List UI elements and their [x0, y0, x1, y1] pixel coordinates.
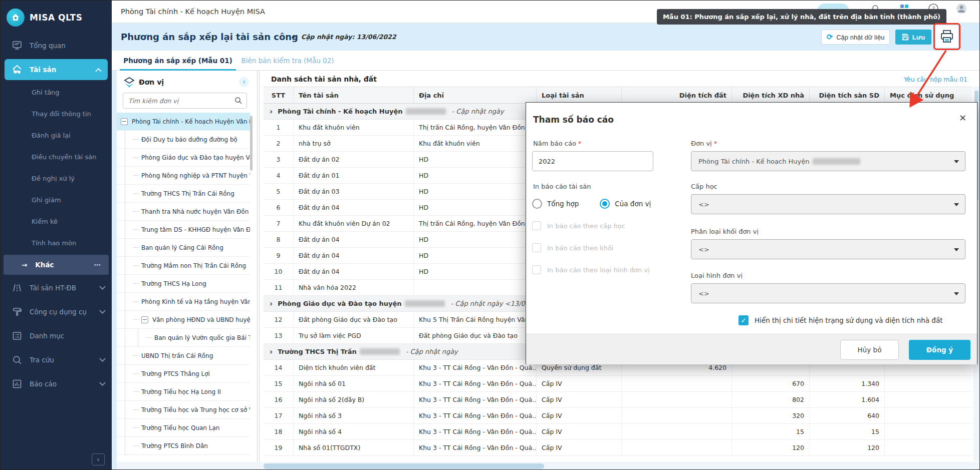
- chevron-right-icon[interactable]: ›: [270, 107, 273, 116]
- more-icon[interactable]: ⋯: [94, 261, 102, 269]
- report-params-modal: Tham số báo cáo ✕ Năm báo cáo* Đơn vị* P…: [526, 102, 977, 364]
- tree-item[interactable]: Trường Mầm non Thị Trấn Cái Rồng: [117, 257, 250, 275]
- sidebar-item-kiểm-kê[interactable]: Kiểm kê: [1, 211, 112, 232]
- sidebar-item-điều-chuyển-tài-sản[interactable]: Điều chuyển tài sản: [1, 146, 112, 168]
- tree-item[interactable]: Trường THCS Thị Trấn Cái Rồng: [117, 185, 250, 203]
- table-row[interactable]: 18Ngôi nhà số 4Khu 3 - TT Cái Rồng - Vân…: [264, 424, 972, 440]
- radio-unselected[interactable]: [532, 199, 542, 209]
- tree-guide: [134, 445, 139, 446]
- sidebar-item-tính-hao-mòn[interactable]: Tính hao mòn: [1, 232, 112, 254]
- sidebar-item-công-cụ-dụng-cụ[interactable]: Công cụ dụng cụ: [1, 300, 112, 324]
- panel-collapse-icon[interactable]: ‹: [239, 77, 249, 87]
- select-cấp-học[interactable]: <>: [691, 194, 965, 214]
- roller-icon: [12, 306, 23, 317]
- save-button[interactable]: Lưu: [895, 30, 931, 45]
- tree-item[interactable]: Thanh tra Nhà nước huyện Vân Đồn: [117, 203, 250, 221]
- checkbox-unchecked[interactable]: [532, 221, 541, 230]
- table-header-row: STTTên tài sảnĐịa chỉLoại tài sảnDiện tí…: [264, 87, 972, 104]
- tree-item[interactable]: Trường PTCS Thắng Lợi: [117, 365, 250, 383]
- print-button[interactable]: [936, 26, 958, 48]
- unit-dropdown[interactable]: Phòng Tài chính - Kế hoạch Huyện: [691, 151, 965, 171]
- chevron-up-icon: [95, 68, 102, 74]
- table-row[interactable]: 19Nhà số 01(TTGDTX)Khu 3 - TT Cái Rồng -…: [264, 440, 972, 456]
- select-value: <>: [698, 201, 709, 208]
- active-arrow-icon: →: [22, 261, 27, 269]
- detail-checkbox[interactable]: ✓: [739, 315, 749, 325]
- tree-item[interactable]: Đội Duy tu bảo dưỡng đường bộ: [117, 131, 250, 149]
- layers-icon: [123, 76, 136, 89]
- collapse-expander-icon[interactable]: [121, 118, 128, 125]
- cell-tên-tài-sản: Đất dự án 04: [294, 232, 414, 247]
- tree-item[interactable]: Văn phòng HĐND và UBND huyện Vân Đồn: [117, 311, 250, 329]
- table-row[interactable]: 17Ngôi nhà số 3Khu 3 - TT Cái Rồng - Vân…: [264, 408, 972, 424]
- submit-form-link[interactable]: Yêu cầu nộp mẫu 01: [904, 76, 967, 83]
- cancel-button[interactable]: Hủy bỏ: [840, 340, 899, 360]
- cell-stt: 17: [264, 408, 294, 423]
- sidebar-item-thay-đổi-thông-tin[interactable]: Thay đổi thông tin: [1, 103, 112, 125]
- sidebar-item-label: Điều chuyển tài sản: [32, 153, 97, 161]
- collapse-expander-icon[interactable]: [141, 316, 148, 323]
- group-name: Phòng Tài chính - Kế hoạch Huyện: [278, 108, 402, 115]
- tree-item[interactable]: Trường Tiểu học và Trung học cơ sở Vạn Y…: [117, 401, 250, 419]
- checkbox-unchecked[interactable]: [532, 265, 541, 274]
- checkbox-unchecked[interactable]: [532, 243, 541, 252]
- cell-diện-tích-xd-nhà: 15: [732, 424, 810, 439]
- chevron-right-icon[interactable]: ›: [270, 347, 273, 356]
- report-year-input[interactable]: [532, 151, 653, 171]
- sidebar-item-đánh-giá-lại[interactable]: Đánh giá lại: [1, 125, 112, 146]
- sidebar-item-ghi-giảm[interactable]: Ghi giảm: [1, 189, 112, 211]
- ok-button[interactable]: Đồng ý: [909, 340, 970, 360]
- select-phân-loại-khối-đơn-vị[interactable]: <>: [691, 239, 965, 259]
- chevron-right-icon[interactable]: ›: [270, 299, 273, 308]
- tree-item[interactable]: Trường THCS Hạ Long: [117, 275, 250, 293]
- tree-item[interactable]: Phòng Nông nghiệp và PTNT huyện Vân Đồ..…: [117, 167, 250, 185]
- sidebar-item-tra-cứu[interactable]: Tra cứu: [1, 348, 112, 372]
- tree-item-label: Trường Mầm non Thị Trấn Cái Rồng: [141, 262, 246, 269]
- tree-item-label: Trường THCS Hạ Long: [141, 280, 206, 287]
- sidebar-item-tài-sản-ht-đb[interactable]: Tài sản HT-ĐB: [1, 276, 112, 300]
- tree-item[interactable]: Phòng Giáo dục và Đào tạo huyện Vân Đồn: [117, 149, 250, 167]
- panel-divider[interactable]: [257, 71, 258, 462]
- cell-địa-chỉ: Khu 3 - TT Cái Rồng - Vân Đồn - Quả...: [414, 440, 537, 455]
- radio-selected[interactable]: [600, 199, 610, 209]
- sidebar-item-báo-cáo[interactable]: Báo cáo: [1, 372, 112, 396]
- sidebar-item-tổng-quan[interactable]: Tổng quan: [1, 34, 112, 58]
- sidebar-item-ghi-tăng[interactable]: Ghi tăng: [1, 82, 112, 103]
- sidebar-item-danh-mục[interactable]: Danh mục: [1, 324, 112, 348]
- sidebar-collapse-button[interactable]: ‹: [92, 453, 105, 465]
- close-icon[interactable]: ✕: [959, 113, 966, 123]
- tree-item[interactable]: UBND Thị trấn Cái Rồng: [117, 347, 250, 365]
- cell-tên-tài-sản: Đất phòng Giáo dục và Đào tạo: [294, 312, 414, 327]
- tree-guide: [134, 301, 139, 302]
- tree-item[interactable]: Ban quản lý Vườn quốc gia Bái Tử Long: [117, 329, 250, 347]
- tree-scrollbar[interactable]: [250, 116, 253, 171]
- sidebar-item-label: Kiểm kê: [32, 218, 58, 225]
- table-horizontal-scrollbar[interactable]: [117, 462, 980, 470]
- cell-stt: 9: [264, 248, 294, 263]
- table-row[interactable]: 16Ngôi nhà số 2(dãy B)Khu 3 - TT Cái Rồn…: [264, 392, 972, 408]
- tab-bien-ban-kiem-tra[interactable]: Biên bản kiểm tra (Mẫu 02): [240, 51, 335, 71]
- sidebar-item-khác[interactable]: →Khác⋯: [4, 255, 109, 275]
- unit-search-input[interactable]: [128, 96, 228, 106]
- sidebar-item-tài-sản[interactable]: Tài sản: [5, 59, 108, 80]
- tree-item[interactable]: Phòng Kinh tế và Hạ tầng huyện Vân Đồn: [117, 293, 250, 311]
- org-title: Phòng Tài chính - Kế hoạch Huyện MISA: [121, 8, 265, 16]
- tree-item-label: Phòng Tài chính - Kế hoạch Huyện Vân Đồn: [132, 118, 250, 125]
- select-loại-hình-đơn-vị[interactable]: <>: [691, 283, 965, 303]
- tree-item[interactable]: Trường Tiểu học Quan Lạn: [117, 419, 250, 437]
- cell-stt: 13: [264, 328, 294, 343]
- table-row[interactable]: 15Ngôi nhà số 01Khu 3 - TT Cái Rồng - Vâ…: [264, 376, 972, 392]
- tree-item[interactable]: Trường PTCS Bình Dân: [117, 437, 250, 455]
- lookup-icon: [12, 354, 23, 365]
- user-avatar[interactable]: [955, 3, 968, 16]
- sidebar-item-đề-nghị-xử-lý[interactable]: Đề nghị xử lý: [1, 168, 112, 189]
- refresh-data-button[interactable]: ⟳ Cập nhật dữ liệu: [821, 30, 890, 45]
- tree-item[interactable]: Phòng Tài chính - Kế hoạch Huyện Vân Đồn: [117, 113, 250, 131]
- tree-item[interactable]: Ban quản lý Cảng Cái Rồng: [117, 239, 250, 257]
- tree-item[interactable]: Trường Tiểu học Hạ Long II: [117, 383, 250, 401]
- unit-label: Đơn vị*: [691, 140, 717, 147]
- tab-phuong-an-sap-xep[interactable]: Phương án sắp xếp (Mẫu 01): [120, 51, 236, 71]
- radio-label: Của đơn vị: [615, 200, 651, 208]
- tree-guide: [134, 229, 139, 230]
- tree-item[interactable]: Trung tâm DS - KHHGĐ huyện Vân Đồn: [117, 221, 250, 239]
